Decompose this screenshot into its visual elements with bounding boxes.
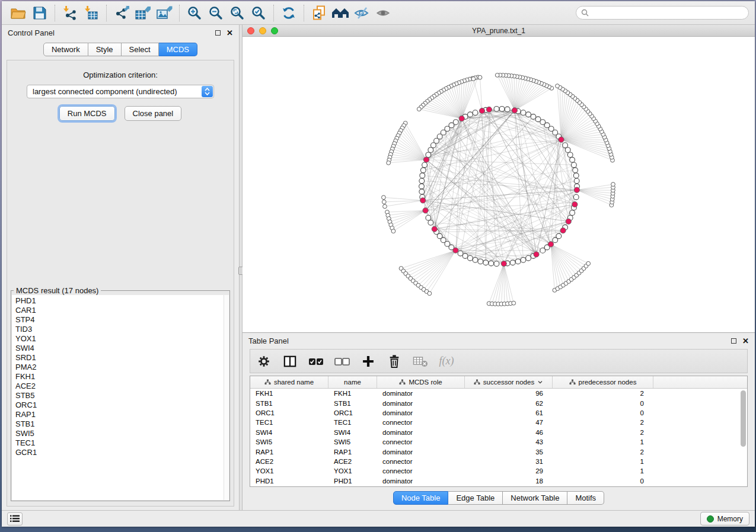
network-node[interactable] — [494, 261, 499, 267]
import-table-button[interactable] — [81, 4, 102, 23]
network-node[interactable] — [428, 220, 433, 225]
export-table-button[interactable] — [132, 4, 154, 23]
network-node[interactable] — [573, 194, 579, 200]
table-cell[interactable]: PHD1 — [250, 477, 328, 485]
network-hub-node[interactable] — [453, 248, 458, 253]
table-row[interactable]: ACE2ACE2connector311 — [250, 457, 747, 466]
table-cell[interactable]: 0 — [553, 477, 653, 485]
table-cell[interactable]: SWI5 — [328, 438, 377, 446]
task-history-button[interactable] — [7, 512, 23, 525]
column-header[interactable]: shared name — [250, 376, 328, 388]
network-node[interactable] — [573, 173, 579, 178]
table-cell[interactable]: ACE2 — [328, 458, 377, 465]
table-cell[interactable]: STB1 — [250, 400, 328, 407]
network-hub-node[interactable] — [501, 261, 506, 266]
network-node[interactable] — [526, 112, 531, 117]
mcds-result-item[interactable]: SWI4 — [15, 344, 229, 353]
function-builder-button[interactable]: f(x) — [436, 352, 457, 370]
network-node[interactable] — [535, 117, 541, 122]
zoom-fit-button[interactable] — [227, 4, 248, 23]
network-node[interactable] — [382, 200, 386, 204]
mcds-result-item[interactable]: ACE2 — [15, 382, 229, 391]
network-node[interactable] — [499, 106, 505, 111]
table-cell[interactable]: connector — [377, 419, 465, 426]
mcds-result-item[interactable]: STB1 — [15, 419, 229, 429]
select-all-button[interactable] — [306, 352, 326, 370]
table-cell[interactable]: 62 — [465, 400, 553, 407]
table-cell[interactable]: 1 — [553, 438, 653, 446]
mcds-result-item[interactable]: SWI5 — [15, 429, 229, 438]
table-row[interactable]: STB1STB1dominator620 — [250, 398, 747, 408]
network-node[interactable] — [570, 210, 575, 216]
network-hub-node[interactable] — [486, 107, 492, 112]
save-button[interactable] — [29, 4, 50, 23]
network-node[interactable] — [419, 178, 425, 184]
table-row[interactable]: SWI4SWI4dominator462 — [250, 428, 747, 437]
network-node[interactable] — [471, 77, 476, 81]
table-cell[interactable]: RAP1 — [250, 448, 328, 456]
mcds-result-item[interactable]: STB5 — [15, 391, 229, 400]
network-node[interactable] — [521, 110, 526, 116]
network-hub-node[interactable] — [560, 228, 566, 233]
add-column-button[interactable] — [358, 352, 378, 370]
network-node[interactable] — [572, 162, 577, 168]
network-hub-node[interactable] — [423, 208, 428, 213]
mcds-list-scrollbar[interactable] — [224, 295, 229, 500]
tab-select[interactable]: Select — [122, 43, 159, 56]
close-table-panel-icon[interactable]: ✕ — [742, 337, 749, 345]
zoom-in-button[interactable] — [184, 4, 205, 23]
first-neighbors-button[interactable] — [330, 4, 351, 23]
network-node[interactable] — [383, 204, 387, 209]
column-header[interactable]: predecessor nodes — [553, 376, 653, 388]
table-cell[interactable]: 35 — [465, 448, 553, 456]
table-cell[interactable]: dominator — [377, 429, 465, 436]
tab-edge-table[interactable]: Edge Table — [448, 491, 503, 505]
network-node[interactable] — [567, 152, 573, 158]
network-node[interactable] — [531, 114, 536, 120]
table-cell[interactable]: 2 — [553, 390, 653, 397]
mcds-result-item[interactable]: RAP1 — [15, 410, 229, 419]
tab-style[interactable]: Style — [88, 43, 122, 56]
network-hub-node[interactable] — [559, 137, 564, 142]
table-row[interactable]: ORC1ORC1dominator610 — [250, 408, 747, 418]
network-node[interactable] — [489, 261, 494, 266]
import-network-button[interactable] — [59, 4, 81, 23]
network-node[interactable] — [419, 184, 425, 189]
network-node[interactable] — [462, 254, 468, 259]
mcds-result-item[interactable]: FKH1 — [15, 372, 229, 382]
mcds-result-item[interactable]: STP4 — [15, 315, 229, 325]
network-node[interactable] — [556, 84, 560, 88]
refresh-button[interactable] — [278, 4, 299, 23]
table-cell[interactable]: 61 — [465, 409, 553, 416]
network-node[interactable] — [494, 106, 499, 111]
table-cell[interactable]: connector — [377, 438, 465, 446]
network-node[interactable] — [431, 143, 436, 148]
table-cell[interactable]: 46 — [465, 429, 553, 436]
table-cell[interactable]: ORC1 — [250, 409, 328, 416]
network-hub-node[interactable] — [479, 108, 484, 113]
table-cell[interactable]: 0 — [553, 400, 653, 407]
network-node[interactable] — [428, 148, 433, 153]
network-hub-node[interactable] — [420, 198, 426, 203]
mcds-result-item[interactable]: SRD1 — [15, 353, 229, 363]
export-image-button[interactable] — [154, 4, 175, 23]
memory-button[interactable]: Memory — [700, 512, 749, 525]
network-node[interactable] — [473, 257, 478, 262]
network-node[interactable] — [556, 233, 562, 239]
table-cell[interactable]: 1 — [553, 458, 653, 465]
table-cell[interactable]: dominator — [377, 409, 465, 416]
table-cell[interactable]: 18 — [465, 477, 553, 485]
tab-motifs[interactable]: Motifs — [567, 491, 604, 505]
column-view-button[interactable] — [280, 352, 300, 370]
network-node[interactable] — [570, 157, 575, 162]
network-node[interactable] — [428, 291, 432, 296]
column-header[interactable]: MCDS role — [377, 376, 465, 388]
table-cell[interactable]: TEC1 — [328, 419, 377, 426]
network-node[interactable] — [422, 162, 428, 168]
optimization-select[interactable]: largest connected component (undirected) — [27, 85, 214, 98]
table-cell[interactable]: FKH1 — [250, 390, 328, 397]
deselect-all-button[interactable] — [332, 352, 352, 370]
duplicate-network-button[interactable] — [308, 4, 330, 23]
network-node[interactable] — [515, 259, 521, 264]
table-row[interactable]: SWI5SWI5connector431 — [250, 437, 747, 447]
